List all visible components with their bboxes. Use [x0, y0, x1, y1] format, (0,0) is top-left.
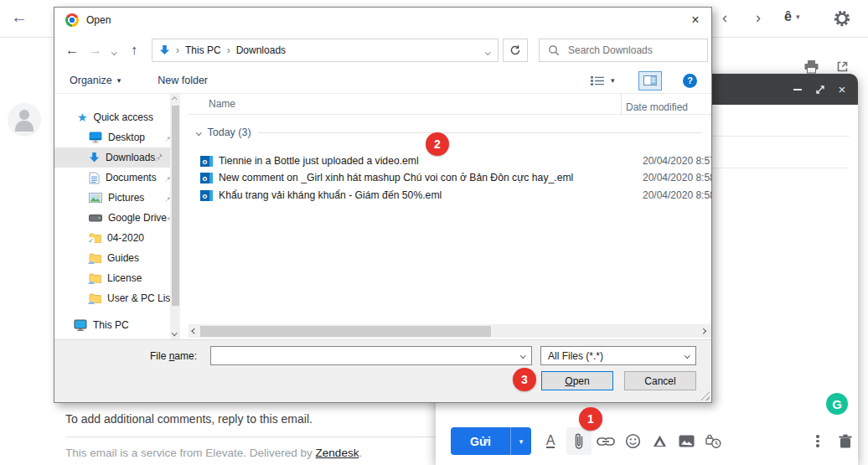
new-folder-button[interactable]: New folder: [158, 75, 208, 86]
open-file-dialog: Open × ← → ↑ › This PC › Downloads: [54, 7, 712, 403]
minimize-icon[interactable]: [788, 74, 808, 105]
sidebar-item-guides[interactable]: ☁ Guides: [54, 248, 180, 268]
folder-cloud-icon: ☁: [89, 253, 101, 263]
insert-photo-icon[interactable]: [674, 427, 699, 455]
pin-icon: [154, 152, 163, 164]
sidebar-item-google-drive[interactable]: Google Drive: [54, 208, 180, 228]
column-headers: Name Date modified: [189, 94, 711, 115]
attach-files-icon[interactable]: [566, 427, 592, 455]
desktop-icon: [89, 132, 102, 143]
file-name-dropdown-icon[interactable]: [520, 353, 525, 358]
sidebar-item-04-2020[interactable]: ✓ 04-2020: [54, 228, 180, 248]
sidebar-item-desktop[interactable]: Desktop: [54, 127, 180, 147]
organize-button[interactable]: Organize ▾: [70, 75, 121, 86]
breadcrumb-this-pc[interactable]: This PC: [185, 44, 221, 56]
sidebar-item-license[interactable]: ☁ License: [54, 268, 180, 288]
file-type-value: All Files (*.*): [548, 350, 603, 362]
send-button-label[interactable]: Gửi: [451, 427, 511, 455]
cancel-button[interactable]: Cancel: [624, 371, 696, 390]
scroll-right-icon[interactable]: [697, 324, 709, 338]
insert-link-icon[interactable]: [593, 427, 618, 455]
help-icon[interactable]: ?: [683, 74, 697, 88]
search-box[interactable]: [539, 39, 708, 62]
sidebar-scrollbar-thumb[interactable]: [172, 106, 179, 306]
refresh-button[interactable]: [503, 39, 528, 62]
send-button[interactable]: Gửi ▾: [451, 427, 531, 455]
file-type-select[interactable]: All Files (*.*): [540, 346, 696, 365]
discard-draft-icon[interactable]: [833, 427, 858, 455]
formatting-options-icon[interactable]: A: [538, 427, 563, 455]
column-name[interactable]: Name: [209, 98, 235, 110]
service-text-period: .: [359, 447, 362, 459]
breadcrumb[interactable]: › This PC › Downloads: [152, 39, 499, 62]
outlook-file-icon: o: [200, 156, 213, 167]
group-header-today[interactable]: Today (3): [197, 126, 701, 139]
collapse-group-icon[interactable]: [196, 130, 201, 135]
insert-emoji-icon[interactable]: [620, 427, 645, 455]
nav-forward-icon[interactable]: →: [85, 43, 106, 58]
close-compose-icon[interactable]: ×: [832, 74, 852, 105]
dialog-footer: File name: All Files (*.*) Open Cancel: [54, 339, 711, 402]
search-input[interactable]: [568, 44, 694, 56]
expand-icon[interactable]: [810, 74, 830, 105]
sidebar-item-quick-access[interactable]: ★ Quick access: [54, 107, 180, 127]
next-item-icon[interactable]: ›: [756, 9, 761, 27]
list-view-icon: [591, 75, 604, 86]
view-mode-button[interactable]: ▾: [591, 75, 615, 86]
column-divider[interactable]: [621, 94, 622, 115]
file-name-input[interactable]: [216, 350, 509, 362]
sidebar-item-this-pc[interactable]: This PC: [54, 315, 180, 335]
zendesk-link[interactable]: Zendesk: [316, 447, 359, 459]
recent-locations-icon[interactable]: [106, 44, 121, 56]
sidebar-item-documents[interactable]: Documents: [54, 168, 180, 188]
sidebar-item-downloads[interactable]: Downloads: [54, 147, 170, 168]
input-tools-button[interactable]: ê ▾: [784, 9, 799, 24]
breadcrumb-downloads[interactable]: Downloads: [236, 44, 286, 56]
file-name-combo[interactable]: [210, 346, 532, 365]
dialog-toolbar: Organize ▾ New folder ▾ ?: [54, 68, 711, 94]
drive-device-icon: [89, 214, 102, 222]
group-line: [258, 132, 701, 133]
send-options-caret-icon[interactable]: ▾: [511, 427, 531, 455]
horizontal-scrollbar[interactable]: [189, 324, 711, 338]
resize-grip[interactable]: [700, 391, 710, 400]
documents-icon: [89, 172, 100, 184]
address-dropdown-icon[interactable]: [486, 44, 490, 56]
file-name-label: File name:: [150, 350, 197, 362]
preview-pane-toggle[interactable]: [638, 71, 662, 90]
folder-cloud-icon: ☁: [89, 273, 101, 283]
nav-back-icon[interactable]: ←: [59, 43, 85, 58]
horizontal-scrollbar-thumb[interactable]: [200, 326, 491, 337]
email-footer-text: To add additional comments, reply to thi…: [65, 412, 313, 426]
outlook-file-icon: o: [200, 190, 213, 201]
dialog-close-icon[interactable]: ×: [685, 11, 706, 29]
organize-caret-icon: ▾: [117, 76, 121, 85]
file-list: Name Date modified Today (3) o Tiennie i…: [189, 94, 711, 339]
prev-item-icon[interactable]: ‹: [722, 9, 727, 27]
chrome-icon: [65, 13, 79, 27]
step-badge-2: 2: [426, 132, 449, 156]
confidential-mode-icon[interactable]: [700, 427, 726, 455]
group-label: Today (3): [208, 127, 251, 138]
grammarly-icon[interactable]: G: [826, 393, 848, 415]
google-drive-icon[interactable]: [647, 427, 672, 455]
column-date-modified[interactable]: Date modified: [626, 101, 688, 113]
file-row[interactable]: o Khẩu trang vải kháng khuẩn - Giám đến …: [200, 187, 711, 204]
back-icon[interactable]: ←: [11, 8, 28, 27]
open-button[interactable]: Open: [541, 371, 613, 390]
sidebar-item-user-pc-list[interactable]: ☁ User & PC List: [54, 288, 180, 308]
file-row[interactable]: o Tiennie in a Bottle just uploaded a vi…: [200, 152, 711, 169]
service-text: This email is a service from Elevate. De…: [65, 447, 316, 459]
dialog-titlebar[interactable]: Open: [54, 8, 711, 33]
sidebar-item-pictures[interactable]: Pictures: [54, 188, 180, 208]
this-pc-icon: [74, 319, 87, 331]
scroll-left-icon[interactable]: [189, 324, 200, 338]
more-options-icon[interactable]: [808, 427, 828, 455]
nav-up-icon[interactable]: ↑: [121, 43, 147, 58]
sidebar-scrollbar[interactable]: [170, 94, 180, 339]
avatar: [8, 103, 41, 137]
pictures-icon: [89, 193, 102, 203]
settings-gear-icon[interactable]: [833, 9, 851, 30]
file-row[interactable]: o New comment on _Girl xinh hát mashup C…: [200, 169, 711, 186]
address-bar: ← → ↑ › This PC › Downloads: [54, 36, 711, 65]
